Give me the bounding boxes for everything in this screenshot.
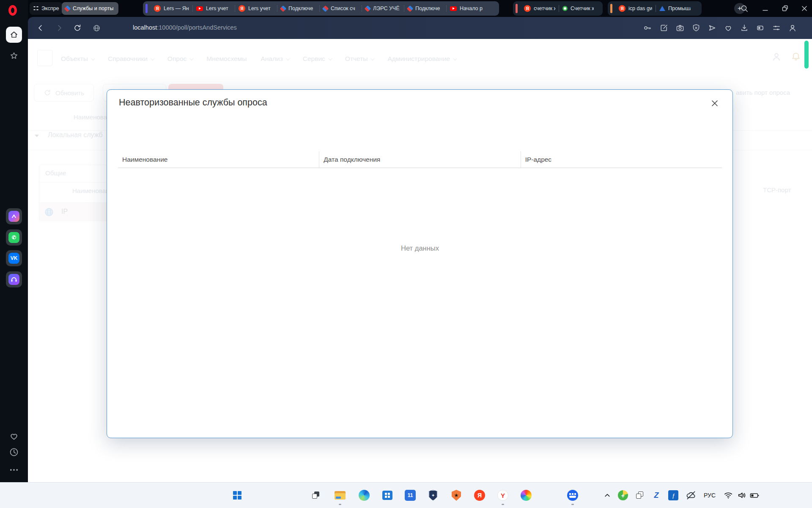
tab-label: Счетчик х xyxy=(571,6,594,11)
address-bar[interactable]: localhost:10000/poll/portsAndServices xyxy=(133,24,237,31)
dialog-close-button[interactable] xyxy=(710,98,720,108)
home-icon xyxy=(10,30,18,39)
snapshot-camera-icon[interactable] xyxy=(675,23,685,33)
windows11-setup-button[interactable]: 11 xyxy=(403,489,417,502)
tab-speed-dial[interactable]: Экспресс- xyxy=(30,2,63,15)
likes-button[interactable] xyxy=(9,431,19,441)
microsoft-store-button[interactable] xyxy=(381,489,394,502)
tab-podkluch-1[interactable]: Подключе xyxy=(277,2,319,15)
tab-label: Экспресс- xyxy=(41,6,59,11)
overlap-squares-tray-icon[interactable] xyxy=(633,489,647,502)
docker-whale-icon xyxy=(567,490,578,501)
onedrive-offline-icon[interactable] xyxy=(684,489,698,502)
close-window-button[interactable] xyxy=(799,3,809,14)
tab-schetchik-2[interactable]: Счетчик х xyxy=(559,2,597,15)
security-app-tray-icon[interactable]: + xyxy=(616,489,630,502)
battery-icon[interactable] xyxy=(748,489,761,502)
dialog-title: Неавторизованные службы опроса xyxy=(119,97,267,108)
tab-spisok[interactable]: Список сч xyxy=(320,2,362,15)
volume-icon[interactable] xyxy=(735,489,749,502)
share-send-icon[interactable] xyxy=(707,23,717,33)
page-scrollbar-thumb[interactable] xyxy=(804,41,809,69)
profile-icon[interactable] xyxy=(787,23,798,33)
tab-label: Lers учет xyxy=(206,6,228,11)
tab-group-indicator[interactable] xyxy=(145,4,148,13)
y-letter-icon: Y xyxy=(497,490,508,501)
docker-button[interactable] xyxy=(566,489,579,502)
tab-label: Начало р xyxy=(460,6,483,11)
tab-nachalo[interactable]: Начало р xyxy=(447,2,487,15)
color-swirl-app-button[interactable] xyxy=(519,489,533,502)
bookmark-heart-icon[interactable] xyxy=(723,23,733,33)
pinboard-button[interactable] xyxy=(6,48,22,64)
tab-services-and-ports[interactable]: Службы и порты xyxy=(62,2,118,15)
reload-button[interactable] xyxy=(72,23,82,33)
vk-icon: VK xyxy=(8,253,19,264)
column-header-name[interactable]: Наименование xyxy=(118,151,319,168)
start-button[interactable] xyxy=(230,489,244,502)
orange-badge-app-button[interactable]: ★ xyxy=(450,489,463,502)
aria-icon xyxy=(8,211,19,222)
blue-app-tray-icon[interactable]: ƒ xyxy=(667,489,680,502)
column-header-connection-date[interactable]: Дата подключения xyxy=(319,151,520,168)
tab-label: Службы и порты xyxy=(73,6,113,11)
tab-group-indigo: Я Lers — Ян Lers учет Я Lers учет Подклю… xyxy=(143,1,499,16)
tab-label: Lers учет xyxy=(248,6,271,11)
yandex-start-button[interactable]: Y xyxy=(496,489,510,502)
forward-button[interactable] xyxy=(54,23,64,33)
tab-group-indicator[interactable] xyxy=(516,4,518,13)
tray-expand-button[interactable] xyxy=(601,489,614,502)
screen: ✆ VK Экспресс- Службы и порты xyxy=(0,0,812,508)
aria-sidebar-button[interactable] xyxy=(6,208,22,224)
zoomit-tray-icon[interactable]: Z xyxy=(650,489,663,502)
yandex-browser-button[interactable]: Я xyxy=(473,489,486,502)
tab-promysh[interactable]: Промышл xyxy=(656,2,694,15)
windows-logo-icon xyxy=(233,491,241,500)
shield-badge-icon: ✦ xyxy=(428,490,438,501)
lers-diamond-icon xyxy=(408,6,412,11)
downloads-icon[interactable] xyxy=(739,23,749,33)
windows11-icon: 11 xyxy=(405,490,416,501)
tab-podkluch-2[interactable]: Подключе xyxy=(404,2,446,15)
empty-table-message: Нет данных xyxy=(118,244,722,252)
tab-lers-video[interactable]: Lers учет xyxy=(193,2,235,15)
tab-lers-uchet[interactable]: Я Lers учет xyxy=(235,2,277,15)
file-explorer-button[interactable] xyxy=(333,489,347,502)
edit-page-icon[interactable] xyxy=(659,23,669,33)
tab-lers-yandex[interactable]: Я Lers — Ян xyxy=(151,2,192,15)
opera-logo-icon[interactable] xyxy=(8,5,17,16)
start-page-button[interactable] xyxy=(6,27,22,43)
minimize-button[interactable] xyxy=(760,3,771,14)
battery-saver-icon[interactable] xyxy=(755,23,765,33)
orange-badge-icon: ★ xyxy=(452,490,461,501)
yandex-icon: Я xyxy=(474,490,485,501)
sidebar-more-button[interactable] xyxy=(9,465,19,475)
tab-label: Промышл xyxy=(668,6,691,11)
history-button[interactable] xyxy=(9,447,19,457)
whatsapp-icon: ✆ xyxy=(8,232,19,243)
wifi-icon[interactable] xyxy=(721,489,735,502)
shield-app-button[interactable]: ✦ xyxy=(426,489,440,502)
easy-setup-sliders-icon[interactable] xyxy=(771,23,782,33)
language-indicator[interactable]: РУС xyxy=(704,492,716,499)
edge-button[interactable] xyxy=(357,489,371,502)
restore-button[interactable] xyxy=(780,3,790,14)
whatsapp-sidebar-button[interactable]: ✆ xyxy=(6,229,22,246)
adblock-shield-icon[interactable] xyxy=(691,23,701,33)
tab-label: Lers — Ян xyxy=(164,6,189,11)
tab-label: Подключе xyxy=(288,6,313,11)
tab-group-indicator[interactable] xyxy=(610,4,612,13)
tab-search-button[interactable] xyxy=(739,3,749,14)
site-info-globe-icon[interactable] xyxy=(91,23,102,33)
vk-sidebar-button[interactable]: VK xyxy=(6,250,22,266)
lers-diamond-red-icon xyxy=(323,6,328,11)
player-sidebar-button[interactable] xyxy=(6,271,22,287)
youtube-icon xyxy=(196,6,203,11)
column-header-ip-address[interactable]: IP-адрес xyxy=(521,151,722,168)
tab-lers-uchyo[interactable]: ЛЭРС УЧЁ xyxy=(362,2,404,15)
tab-icp-das[interactable]: Я icp das gw xyxy=(615,2,656,15)
task-view-button[interactable] xyxy=(309,489,323,502)
back-button[interactable] xyxy=(36,23,46,33)
passwords-key-icon[interactable] xyxy=(642,23,653,33)
tab-schetchik-1[interactable]: Я счетчик х xyxy=(521,2,559,15)
